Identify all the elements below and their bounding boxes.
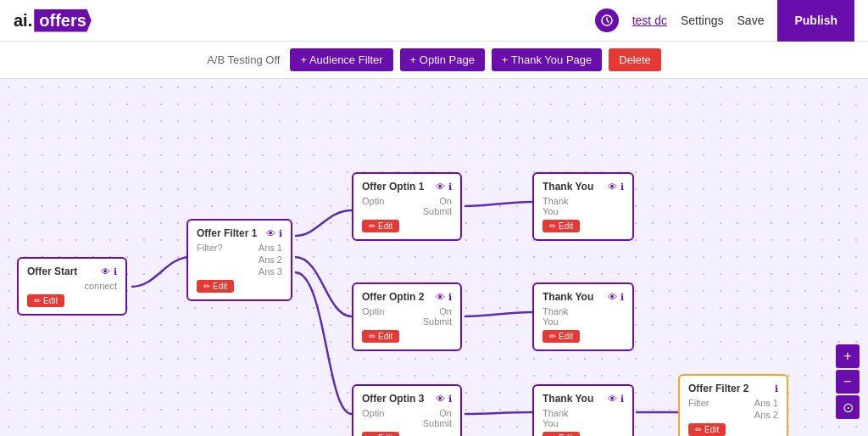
offer-optin-3-info-icon[interactable]: ℹ xyxy=(448,394,452,405)
offer-filter-2-title: Offer Filter 2 xyxy=(688,383,748,394)
edit-pencil-icon: ✏ xyxy=(369,221,376,231)
offer-optin-3-header: Offer Optin 3 👁 ℹ xyxy=(362,393,452,405)
edit-pencil-icon: ✏ xyxy=(549,332,556,341)
offer-optin-3-node: Offer Optin 3 👁 ℹ Optin On Submit ✏ Edit xyxy=(352,384,462,436)
optin-3-col3: Submit xyxy=(423,418,452,428)
thank-you-2-icons: 👁 ℹ xyxy=(608,292,624,303)
filter-question: Filter? xyxy=(197,243,223,278)
publish-button[interactable]: Publish xyxy=(777,0,854,42)
offer-optin-2-header: Offer Optin 2 👁 ℹ xyxy=(362,291,452,303)
offer-optin-1-title: Offer Optin 1 xyxy=(362,181,424,193)
offer-filter-1-info-icon[interactable]: ℹ xyxy=(279,228,282,239)
thank-you-1-icons: 👁 ℹ xyxy=(608,182,624,193)
offer-filter-2-node: Offer Filter 2 ℹ Filter Ans 1 Ans 2 ✏ Ed… xyxy=(678,374,788,436)
offer-optin-3-eye-icon[interactable]: 👁 xyxy=(436,394,445,404)
zoom-controls: + − ⊙ xyxy=(836,344,860,419)
edit-pencil-icon: ✏ xyxy=(369,332,376,341)
ab-testing-label: A/B Testing Off xyxy=(207,53,280,66)
settings-button[interactable]: Settings xyxy=(681,14,724,27)
filter-1-ans3: Ans 3 xyxy=(259,266,282,277)
offer-filter-1-eye-icon[interactable]: 👁 xyxy=(266,228,275,238)
filter-1-ans1: Ans 1 xyxy=(259,243,282,253)
thank-you-3-info-icon[interactable]: ℹ xyxy=(620,394,624,405)
offer-optin-1-edit-button[interactable]: ✏ Edit xyxy=(362,220,399,232)
offer-start-header: Offer Start 👁 ℹ xyxy=(27,266,117,277)
header-right: test dc Settings Save Publish xyxy=(595,0,854,42)
edit-pencil-icon: ✏ xyxy=(203,282,210,291)
thank-you-1-info-icon[interactable]: ℹ xyxy=(620,182,624,193)
offer-optin-1-eye-icon[interactable]: 👁 xyxy=(436,182,445,192)
filter-2-answers: Ans 1 Ans 2 xyxy=(754,398,778,422)
thank-you-2-line2: You xyxy=(542,316,624,327)
offer-filter-2-edit-button[interactable]: ✏ Edit xyxy=(688,423,726,436)
filter-1-answers: Ans 1 Ans 2 Ans 3 xyxy=(259,243,282,278)
optin-1-col1: Optin xyxy=(362,196,384,206)
logo-ai-text: ai. xyxy=(14,11,32,31)
edit-pencil-icon: ✏ xyxy=(695,425,702,434)
offer-optin-1-header: Offer Optin 1 👁 ℹ xyxy=(362,181,452,193)
canvas: Offer Start 👁 ℹ connect ✏ Edit Offer Fil… xyxy=(0,79,868,436)
edit-pencil-icon: ✏ xyxy=(549,221,556,231)
thank-you-2-line1: Thank xyxy=(542,306,624,316)
offer-optin-2-icons: 👁 ℹ xyxy=(436,292,452,303)
offer-start-node: Offer Start 👁 ℹ connect ✏ Edit xyxy=(17,257,127,316)
toolbar: A/B Testing Off + Audience Filter + Opti… xyxy=(0,42,868,79)
zoom-reset-button[interactable]: ⊙ xyxy=(836,395,860,419)
thank-you-2-header: Thank You 👁 ℹ xyxy=(542,291,624,303)
offer-optin-2-edit-button[interactable]: ✏ Edit xyxy=(362,330,399,343)
thank-you-page-button[interactable]: + Thank You Page xyxy=(492,48,602,71)
thank-you-1-edit-button[interactable]: ✏ Edit xyxy=(542,220,580,232)
thank-you-2-edit-button[interactable]: ✏ Edit xyxy=(542,330,580,343)
filter-2-ans1: Ans 1 xyxy=(754,398,778,408)
delete-button[interactable]: Delete xyxy=(609,48,661,71)
header: ai. offers test dc Settings Save Publish xyxy=(0,0,868,42)
thank-you-2-eye-icon[interactable]: 👁 xyxy=(608,292,617,302)
thank-you-2-info-icon[interactable]: ℹ xyxy=(620,292,624,303)
thank-you-1-eye-icon[interactable]: 👁 xyxy=(608,182,617,192)
offer-optin-2-info-icon[interactable]: ℹ xyxy=(448,292,452,303)
thank-you-1-line2: You xyxy=(542,206,624,216)
optin-2-col3: Submit xyxy=(423,316,452,327)
offer-optin-3-icons: 👁 ℹ xyxy=(436,394,452,405)
edit-pencil-icon: ✏ xyxy=(34,296,41,305)
offer-start-info-icon[interactable]: ℹ xyxy=(114,266,117,277)
optin-3-row: Optin On xyxy=(362,408,452,418)
thank-you-1-header: Thank You 👁 ℹ xyxy=(542,181,624,193)
filter-2-question: Filter xyxy=(688,398,709,422)
thank-you-3-line2: You xyxy=(542,418,624,428)
offer-start-icons: 👁 ℹ xyxy=(101,266,117,277)
offer-filter-1-icons: 👁 ℹ xyxy=(266,228,282,239)
thank-you-3-eye-icon[interactable]: 👁 xyxy=(608,394,617,404)
zoom-in-button[interactable]: + xyxy=(836,344,860,368)
optin-page-button[interactable]: + Optin Page xyxy=(400,48,485,71)
offer-optin-3-edit-button[interactable]: ✏ Edit xyxy=(362,432,399,436)
workspace-name[interactable]: test dc xyxy=(632,14,667,27)
logo: ai. offers xyxy=(14,9,92,32)
thank-you-3-header: Thank You 👁 ℹ xyxy=(542,393,624,405)
optin-2-col1: Optin xyxy=(362,306,384,316)
offer-filter-1-edit-button[interactable]: ✏ Edit xyxy=(197,280,234,293)
optin-1-row: Optin On xyxy=(362,196,452,206)
offer-filter-1-header: Offer Filter 1 👁 ℹ xyxy=(197,227,282,239)
offer-filter-2-header: Offer Filter 2 ℹ xyxy=(688,383,778,394)
workspace-icon[interactable] xyxy=(595,8,619,32)
offer-optin-1-node: Offer Optin 1 👁 ℹ Optin On Submit ✏ Edit xyxy=(352,172,462,241)
offer-optin-3-title: Offer Optin 3 xyxy=(362,393,424,405)
optin-3-col1: Optin xyxy=(362,408,384,418)
offer-start-title: Offer Start xyxy=(27,266,77,277)
offer-start-edit-button[interactable]: ✏ Edit xyxy=(27,294,64,307)
offer-start-eye-icon[interactable]: 👁 xyxy=(101,266,110,277)
thank-you-2-node: Thank You 👁 ℹ Thank You ✏ Edit xyxy=(532,282,634,351)
offer-filter-2-icons: ℹ xyxy=(775,383,778,394)
thank-you-3-node: Thank You 👁 ℹ Thank You ✏ Edit xyxy=(532,384,634,436)
thank-you-3-edit-button[interactable]: ✏ Edit xyxy=(542,432,580,436)
optin-1-col2: On xyxy=(439,196,452,206)
offer-optin-1-info-icon[interactable]: ℹ xyxy=(448,182,452,193)
thank-you-2-title: Thank You xyxy=(542,291,593,303)
optin-3-col2: On xyxy=(439,408,452,418)
offer-optin-2-eye-icon[interactable]: 👁 xyxy=(436,292,445,302)
audience-filter-button[interactable]: + Audience Filter xyxy=(290,48,392,71)
offer-filter-2-info-icon[interactable]: ℹ xyxy=(775,383,778,394)
save-button[interactable]: Save xyxy=(737,14,765,27)
zoom-out-button[interactable]: − xyxy=(836,370,860,394)
